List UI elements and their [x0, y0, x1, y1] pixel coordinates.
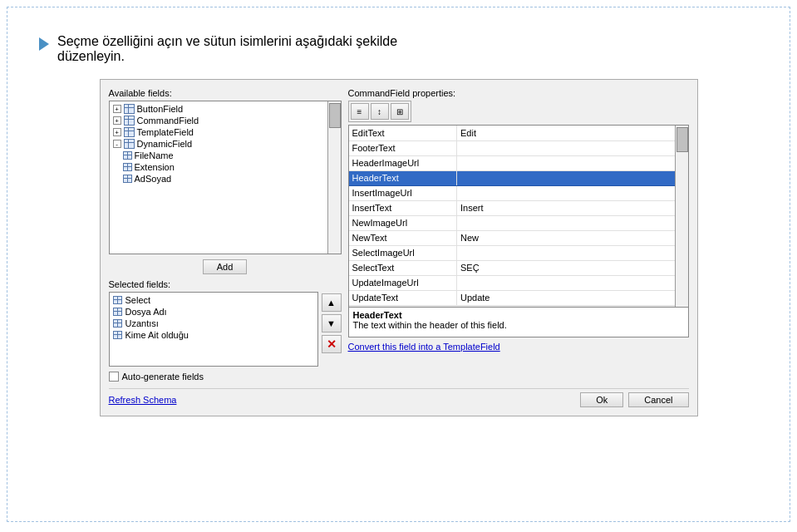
tree-item-commandfield[interactable]: + CommandField — [111, 115, 339, 126]
behavior-section-label: ▶Behavior — [349, 305, 688, 308]
prop-value-newimageurl[interactable] — [457, 215, 688, 230]
properties-table: EditText Edit FooterText HeaderImageUrl — [349, 126, 688, 308]
ok-button[interactable]: Ok — [580, 392, 623, 407]
tree-scrollbar[interactable] — [327, 101, 341, 254]
tree-label-templatefield: TemplateField — [137, 127, 194, 137]
field-icon — [124, 127, 135, 137]
tree-item-dynamicfield[interactable]: - DynamicField — [111, 138, 339, 150]
tree-label-adsoyad: AdSoyad — [135, 174, 172, 184]
dialog-box: Available fields: + ButtonField + — [100, 79, 698, 416]
prop-value-updatetext[interactable]: Update — [457, 290, 688, 305]
cancel-button[interactable]: Cancel — [628, 392, 688, 407]
selected-fields-list[interactable]: Select Dosya Adı Uzantısı — [109, 292, 318, 367]
selected-item-kimeait[interactable]: Kime Ait olduğu — [111, 329, 316, 341]
tree-item-buttonfield[interactable]: + ButtonField — [111, 103, 339, 115]
prop-value-insertimageurl[interactable] — [457, 185, 688, 200]
tree-item-adsoyad[interactable]: AdSoyad — [111, 173, 339, 185]
description-box: HeaderText The text within the header of… — [348, 308, 689, 337]
tree-scrollbar-thumb[interactable] — [329, 103, 341, 128]
tree-item-filename[interactable]: FileName — [111, 150, 339, 161]
prop-value-edittext[interactable]: Edit — [457, 126, 688, 140]
field-icon-sel — [113, 308, 122, 316]
prop-row-behavior: ▶Behavior — [349, 305, 688, 308]
toolbar-btn-list[interactable]: ≡ — [351, 103, 369, 120]
right-panel: CommandField properties: ≡ ↕ ⊞ EditText — [348, 88, 689, 382]
expand-templatefield[interactable]: + — [113, 128, 121, 136]
tree-item-templatefield[interactable]: + TemplateField — [111, 126, 339, 138]
field-icon — [124, 116, 135, 126]
prop-value-inserttext[interactable]: Insert — [457, 200, 688, 215]
prop-row-insertimageurl[interactable]: InsertImageUrl — [349, 185, 688, 200]
prop-value-selecttext[interactable]: SEÇ — [457, 260, 688, 275]
prop-name-updateimageurl: UpdateImageUrl — [349, 275, 457, 290]
prop-row-selectimageurl[interactable]: SelectImageUrl — [349, 245, 688, 260]
right-panel-label: CommandField properties: — [348, 88, 689, 98]
selected-label-dosyaadi: Dosya Adı — [125, 307, 167, 317]
prop-value-newtext[interactable]: New — [457, 230, 688, 245]
delete-button[interactable]: ✕ — [322, 335, 342, 353]
selected-label-uzantisi: Uzantısı — [125, 318, 159, 328]
props-scrollbar-thumb[interactable] — [676, 127, 688, 152]
selected-item-select[interactable]: Select — [111, 294, 316, 306]
prop-value-selectimageurl[interactable] — [457, 245, 688, 260]
available-fields-label: Available fields: — [109, 88, 342, 98]
prop-row-inserttext[interactable]: InsertText Insert — [349, 200, 688, 215]
prop-name-newtext: NewText — [349, 230, 457, 245]
field-icon-small — [123, 175, 132, 183]
field-icon-sel — [113, 319, 122, 328]
prop-row-updatetext[interactable]: UpdateText Update — [349, 290, 688, 305]
prop-row-headerimageurl[interactable]: HeaderImageUrl — [349, 155, 688, 170]
tree-item-extension[interactable]: Extension — [111, 161, 339, 173]
prop-row-newimageurl[interactable]: NewImageUrl — [349, 215, 688, 230]
available-fields-tree[interactable]: + ButtonField + CommandField + — [109, 101, 342, 254]
desc-title: HeaderText — [353, 310, 684, 320]
prop-name-headertext: HeaderText — [349, 170, 457, 185]
auto-generate-row: Auto-generate fields — [109, 372, 342, 382]
prop-row-footertext[interactable]: FooterText — [349, 140, 688, 155]
selected-fields-section: Select Dosya Adı Uzantısı — [109, 292, 342, 367]
prop-name-selectimageurl: SelectImageUrl — [349, 245, 457, 260]
expand-buttonfield[interactable]: + — [113, 105, 121, 113]
props-scrollbar[interactable] — [675, 126, 688, 307]
selected-item-uzantisi[interactable]: Uzantısı — [111, 318, 316, 329]
prop-name-insertimageurl: InsertImageUrl — [349, 185, 457, 200]
prop-row-headertext[interactable]: HeaderText — [349, 170, 688, 185]
prop-value-headertext[interactable] — [457, 170, 688, 185]
auto-generate-checkbox[interactable] — [109, 372, 119, 382]
prop-row-newtext[interactable]: NewText New — [349, 230, 688, 245]
tree-label-commandfield: CommandField — [137, 116, 199, 126]
toolbar-btn-grid[interactable]: ⊞ — [391, 103, 409, 120]
toolbar-btn-sort[interactable]: ↕ — [371, 103, 389, 120]
prop-row-edittext[interactable]: EditText Edit — [349, 126, 688, 140]
properties-toolbar: ≡ ↕ ⊞ — [348, 101, 411, 122]
field-icon — [124, 139, 135, 149]
intro-paragraph: Seçme özelliğini açın ve sütun isimlerin… — [57, 34, 397, 64]
prop-name-headerimageurl: HeaderImageUrl — [349, 155, 457, 170]
auto-generate-label: Auto-generate fields — [122, 372, 204, 382]
field-icon-sel — [113, 331, 122, 339]
prop-value-updateimageurl[interactable] — [457, 275, 688, 290]
field-icon — [124, 104, 135, 114]
intro-section: Seçme özelliğini açın ve sütun isimlerin… — [36, 34, 761, 64]
move-up-button[interactable]: ▲ — [322, 293, 342, 312]
prop-name-updatetext: UpdateText — [349, 290, 457, 305]
properties-table-container: EditText Edit FooterText HeaderImageUrl — [348, 125, 689, 308]
tree-label-filename: FileName — [135, 150, 174, 160]
convert-link[interactable]: Convert this field into a TemplateField — [348, 342, 689, 352]
prop-row-updateimageurl[interactable]: UpdateImageUrl — [349, 275, 688, 290]
selected-label-kimeait: Kime Ait olduğu — [125, 330, 189, 340]
selected-item-dosyaadi[interactable]: Dosya Adı — [111, 306, 316, 318]
refresh-schema-link[interactable]: Refresh Schema — [109, 395, 177, 405]
expand-commandfield[interactable]: + — [113, 116, 121, 125]
prop-name-newimageurl: NewImageUrl — [349, 215, 457, 230]
intro-text-line1: Seçme özelliğini açın ve sütun isimlerin… — [57, 34, 397, 48]
add-button[interactable]: Add — [203, 259, 248, 274]
prop-value-headerimageurl[interactable] — [457, 155, 688, 170]
field-icon-small — [123, 163, 132, 171]
arrow-buttons: ▲ ▼ ✕ — [322, 292, 342, 367]
move-down-button[interactable]: ▼ — [322, 314, 342, 332]
expand-dynamicfield[interactable]: - — [113, 140, 121, 148]
selected-label-select: Select — [125, 295, 151, 305]
prop-row-selecttext[interactable]: SelectText SEÇ — [349, 260, 688, 275]
prop-value-footertext[interactable] — [457, 140, 688, 155]
